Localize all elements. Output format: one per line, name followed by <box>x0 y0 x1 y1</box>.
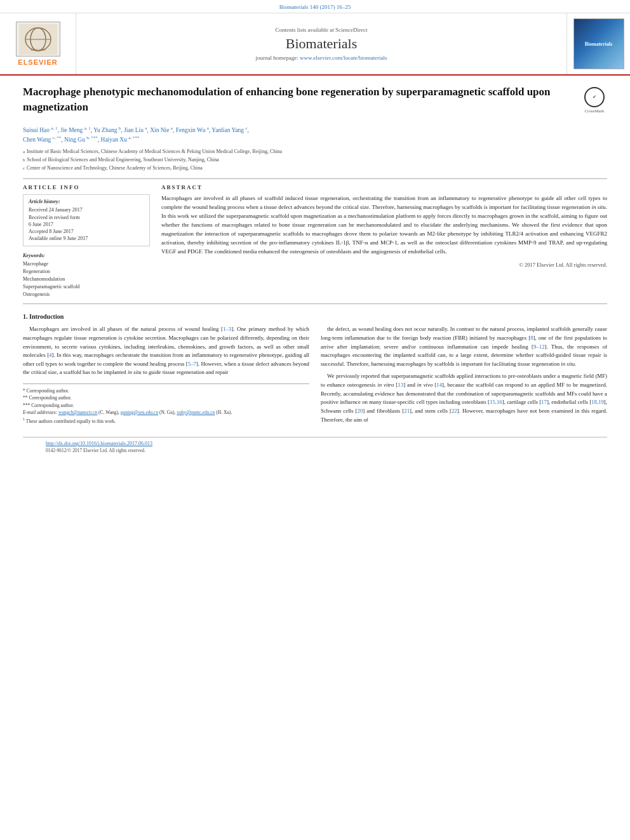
keyword-5: Osteogenesis <box>23 291 150 298</box>
abstract-col: ABSTRACT Macrophages are involved in all… <box>161 184 607 298</box>
journal-title: Biomaterials <box>286 36 357 52</box>
section-title: Introduction <box>29 313 64 320</box>
article-title-section: Macrophage phenotypic mechanomodulation … <box>23 84 607 120</box>
footnote-emails: E-mail addresses: wangch@nanoctr.cn (C. … <box>23 409 309 416</box>
crossmark-label: CrossMark <box>584 109 604 114</box>
journal-homepage-line: journal homepage: www.elsevier.com/locat… <box>256 55 387 61</box>
footnote-equal-contrib: 1 These authors contributed equally to t… <box>23 416 309 425</box>
affil-text-c: Center of Nanoscience and Technology, Ch… <box>27 164 203 172</box>
ref-link-5-7[interactable]: 5–7 <box>188 361 196 367</box>
keyword-2: Regeneration <box>23 268 150 276</box>
ref-link-4[interactable]: 4 <box>49 352 51 358</box>
ref-link-13[interactable]: 13 <box>398 382 403 388</box>
article-info-title: ARTICLE INFO <box>23 184 150 190</box>
intro-left-col: Macrophages are involved in all phases o… <box>23 325 309 428</box>
affiliations: a Institute of Basic Medical Sciences, C… <box>23 148 607 172</box>
ref-link-8[interactable]: 8 <box>530 335 533 341</box>
received-date: Received 24 January 2017 <box>29 206 144 213</box>
footnote-section: * Corresponding author. ** Corresponding… <box>23 383 309 425</box>
accepted-date: Accepted 8 June 2017 <box>29 228 144 235</box>
journal-cover-area: Biomaterials <box>566 13 630 74</box>
email-xuhy[interactable]: xuhy@pumc.edu.cn <box>177 410 215 415</box>
crossmark-area[interactable]: ✓ CrossMark <box>582 87 607 114</box>
issn-line: 0142-9612/© 2017 Elsevier Ltd. All right… <box>46 448 584 453</box>
affiliation-a: a Institute of Basic Medical Sciences, C… <box>23 148 607 156</box>
cover-label: Biomaterials <box>585 41 613 47</box>
sciencedirect-prefix: Contents lists available at ScienceDirec… <box>276 27 368 33</box>
journal-header: ELSEVIER ELSEVIER Contents lists availab… <box>0 13 630 76</box>
affil-sup-b: b <box>23 157 25 164</box>
article-info-col: ARTICLE INFO Article history: Received 2… <box>23 184 150 298</box>
keywords-section: Keywords: Macrophage Regeneration Mechan… <box>23 253 150 298</box>
copyright-line: © 2017 Elsevier Ltd. All rights reserved… <box>161 262 607 268</box>
email-gu-name: (N. Gu), <box>159 410 177 415</box>
elsevier-logo-area: ELSEVIER ELSEVIER <box>0 13 76 74</box>
ref-link-21[interactable]: 21 <box>404 408 410 414</box>
affil-sup-a: a <box>23 149 25 156</box>
received-revised-label: Received in revised form <box>29 214 144 221</box>
keywords-title: Keywords: <box>23 253 150 258</box>
crossmark-icon: ✓ <box>584 87 605 107</box>
doi-line: http://dx.doi.org/10.1016/j.biomaterials… <box>46 441 584 446</box>
homepage-link[interactable]: www.elsevier.com/locate/biomaterials <box>300 55 387 61</box>
affil-text-b: School of Biological Sciences and Medica… <box>27 156 219 164</box>
journal-header-center: Contents lists available at ScienceDirec… <box>76 13 566 74</box>
ref-link-17[interactable]: 17 <box>541 399 547 405</box>
introduction-section: 1. Introduction Macrophages are involved… <box>23 313 607 428</box>
page: Biomaterials 140 (2017) 16–25 ELSEVIER E… <box>0 0 630 840</box>
article-history-box: Article history: Received 24 January 201… <box>23 194 150 246</box>
article-info-abstract-section: ARTICLE INFO Article history: Received 2… <box>23 184 607 298</box>
homepage-label: journal homepage: <box>256 55 298 61</box>
intro-right-para-1: the defect, as wound healing does not oc… <box>321 325 607 368</box>
footnote-corresponding-2: ** Corresponding author. <box>23 394 309 401</box>
affil-sup-c: c <box>23 165 25 172</box>
ref-link-20[interactable]: 20 <box>357 408 363 414</box>
introduction-title: 1. Introduction <box>23 313 607 320</box>
elsevier-logo: ELSEVIER ELSEVIER <box>16 22 60 66</box>
keyword-4: Superparamagnetic scaffold <box>23 283 150 291</box>
journal-cover-image: Biomaterials <box>573 18 624 69</box>
elsevier-graphic: ELSEVIER <box>16 22 60 57</box>
ref-link-9-12[interactable]: 9–12 <box>533 343 545 350</box>
email-xu-name: (H. Xu). <box>216 410 232 415</box>
ref-link-18-19[interactable]: 18,19 <box>591 399 604 405</box>
keyword-3: Mechanomodulation <box>23 276 150 283</box>
email-label: E-mail addresses: <box>23 410 58 415</box>
article-title: Macrophage phenotypic mechanomodulation … <box>23 84 575 115</box>
authors-line: Suisui Hao a, 1, Jie Meng a, 1, Yu Zhang… <box>23 125 607 145</box>
intro-left-para-1: Macrophages are involved in all phases o… <box>23 325 309 377</box>
bottom-bar: http://dx.doi.org/10.1016/j.biomaterials… <box>23 437 607 457</box>
revised-date: 6 June 2017 <box>29 221 144 228</box>
introduction-body: Macrophages are involved in all phases o… <box>23 325 607 428</box>
main-content: Macrophage phenotypic mechanomodulation … <box>0 76 630 465</box>
ref-link-14[interactable]: 14 <box>436 382 442 388</box>
doi-link[interactable]: http://dx.doi.org/10.1016/j.biomaterials… <box>46 441 152 446</box>
ref-link-1-3[interactable]: 1–3 <box>223 326 231 332</box>
svg-text:ELSEVIER: ELSEVIER <box>30 48 46 51</box>
keyword-1: Macrophage <box>23 260 150 268</box>
abstract-text: Macrophages are involved in all phases o… <box>161 194 607 257</box>
email-wang-name: (C. Wang), <box>98 410 121 415</box>
footnote-corresponding-3: *** Corresponding author. <box>23 402 309 409</box>
footnote-corresponding-1: * Corresponding author. <box>23 387 309 394</box>
available-date: Available online 9 June 2017 <box>29 235 144 242</box>
elsevier-text: ELSEVIER <box>16 58 60 66</box>
journal-citation: Biomaterials 140 (2017) 16–25 <box>279 4 351 10</box>
article-history-title: Article history: <box>29 199 144 204</box>
ref-link-15-16[interactable]: 15,16 <box>490 399 502 405</box>
section-divider-2 <box>23 303 607 304</box>
journal-citation-bar: Biomaterials 140 (2017) 16–25 <box>0 0 630 13</box>
section-divider-1 <box>23 178 607 179</box>
intro-right-para-2: We previously reported that superparamag… <box>321 372 607 424</box>
sciencedirect-line: Contents lists available at ScienceDirec… <box>276 27 368 33</box>
email-wangch[interactable]: wangch@nanoctr.cn <box>58 410 97 415</box>
affiliation-b: b School of Biological Sciences and Medi… <box>23 156 607 164</box>
affiliation-c: c Center of Nanoscience and Technology, … <box>23 164 607 172</box>
section-number: 1. <box>23 313 28 320</box>
ref-link-22[interactable]: 22 <box>452 408 457 414</box>
abstract-title: ABSTRACT <box>161 184 607 190</box>
affil-text-a: Institute of Basic Medical Sciences, Chi… <box>27 148 282 156</box>
intro-right-col: the defect, as wound healing does not oc… <box>321 325 607 428</box>
email-guning[interactable]: guning@seu.edu.cn <box>121 410 158 415</box>
